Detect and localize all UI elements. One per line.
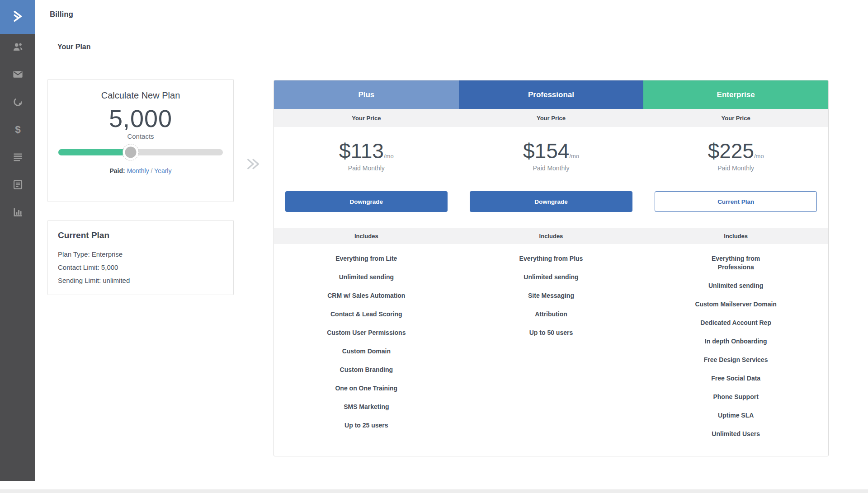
plan-column-enterprise: Enterprise Your Price $225/mo Paid Month… [643,80,828,456]
downgrade-button-plus[interactable]: Downgrade [285,191,448,212]
svg-text:$: $ [15,124,21,135]
automation-icon [12,96,24,110]
feature-item: Uptime SLA [643,406,828,425]
feature-item: SMS Marketing [274,398,459,416]
calculate-new-plan-card: Calculate New Plan 5,000 Contacts Paid: … [47,79,234,202]
feature-item: Up to 50 users [459,324,644,342]
includes-band: Includes [643,228,828,244]
your-price-band: Your Price [274,109,459,127]
plan-detail-line: Contact Limit: 5,000 [58,261,233,274]
plan-price: $225/mo [643,139,828,163]
feature-item: Site Messaging [459,286,644,305]
contacts-count: 5,000 [48,104,233,132]
plan-button-area: Current Plan [643,191,828,228]
contacts-icon [12,41,24,55]
feature-list: Everything from ProfessionaUnlimited sen… [643,244,828,456]
activecampaign-logo-icon [10,9,25,26]
sidebar-nav: $ [0,34,35,219]
current-plan-details: Plan Type: EnterpriseContact Limit: 5,00… [58,248,233,287]
feature-item: Custom Mailserver Domain [643,295,828,314]
feature-item: Phone Support [643,388,828,406]
plan-button-area: Downgrade [459,191,644,228]
current-plan-card: Current Plan Plan Type: EnterpriseContac… [47,220,234,295]
feature-item: Attribution [459,305,644,324]
plan-name-header: Plus [274,80,459,109]
dollar-icon: $ [12,123,24,137]
feature-item: Everything from Professiona [643,249,828,277]
price-period: /mo [384,153,394,160]
paid-note: Paid Monthly [274,164,459,172]
feature-item: Custom User Permissions [274,324,459,342]
contacts-label: Contacts [48,132,233,140]
feature-item: Unlimited sending [643,277,828,295]
plan-name-header: Enterprise [643,80,828,109]
current-plan-button[interactable]: Current Plan [655,191,817,212]
sidebar-item-deals[interactable]: $ [12,124,24,136]
horizontal-scrollbar-track[interactable] [0,489,868,493]
current-plan-title: Current Plan [58,230,233,240]
feature-item: Everything from Plus [459,249,644,268]
list-icon [12,151,24,165]
bar-chart-icon [12,206,24,220]
monthly-link[interactable]: Monthly [127,167,149,174]
sidebar-item-automations[interactable] [12,97,24,109]
plan-name-header: Professional [459,80,644,109]
sidebar-item-campaigns[interactable] [12,69,24,81]
feature-item: Everything from Lite [274,249,459,268]
feature-item: Up to 25 users [274,416,459,435]
price-block: $154/mo Paid Monthly [459,127,644,191]
plan-detail-line: Sending Limit: unlimited [58,274,233,287]
calc-title: Calculate New Plan [48,90,233,101]
price-period: /mo [569,153,579,160]
plan-price: $113/mo [274,139,459,163]
feature-list: Everything from PlusUnlimited sendingSit… [459,244,644,456]
sidebar-item-forms[interactable] [12,179,24,192]
billing-page: $ [0,0,868,493]
slider-thumb[interactable] [123,145,139,160]
contacts-slider[interactable] [58,149,223,155]
sidebar-item-lists[interactable] [12,152,24,164]
your-price-band: Your Price [459,109,644,127]
sidebar: $ [0,0,35,481]
billing-period-row: Paid: Monthly / Yearly [48,167,233,174]
mail-icon [12,68,24,82]
page-title: Billing [50,10,73,19]
feature-item: CRM w/ Sales Automation [274,286,459,305]
plan-column-plus: Plus Your Price $113/mo Paid Monthly Dow… [274,80,459,456]
paid-note: Paid Monthly [643,164,828,172]
section-title: Your Plan [57,43,91,51]
paid-note: Paid Monthly [459,164,644,172]
downgrade-button-professional[interactable]: Downgrade [470,191,632,212]
your-price-band: Your Price [643,109,828,127]
feature-list: Everything from LiteUnlimited sendingCRM… [274,244,459,456]
sidebar-item-reports[interactable] [12,207,24,219]
plan-detail-line: Plan Type: Enterprise [58,248,233,261]
feature-item: Dedicated Account Rep [643,314,828,332]
sidebar-item-contacts[interactable] [12,42,24,54]
paid-label: Paid: [110,167,125,174]
slider-fill [58,149,131,155]
feature-item: Free Social Data [643,369,828,388]
app-logo[interactable] [0,0,35,34]
feature-item: Unlimited sending [459,268,644,286]
price-period: /mo [754,153,764,160]
price-block: $225/mo Paid Monthly [643,127,828,191]
plan-price: $154/mo [459,139,644,163]
plan-button-area: Downgrade [274,191,459,228]
feature-item: One on One Training [274,379,459,398]
yearly-link[interactable]: Yearly [154,167,171,174]
feature-item: Contact & Lead Scoring [274,305,459,324]
form-icon [12,178,24,193]
price-block: $113/mo Paid Monthly [274,127,459,191]
feature-item: Free Design Services [643,351,828,369]
double-chevron-right-icon[interactable] [245,155,261,174]
feature-item: Unlimited sending [274,268,459,286]
includes-band: Includes [274,228,459,244]
feature-item: Custom Domain [274,342,459,361]
period-separator: / [149,167,154,174]
plan-column-professional: Professional Your Price $154/mo Paid Mon… [459,80,644,456]
feature-item: Custom Branding [274,361,459,379]
includes-band: Includes [459,228,644,244]
pricing-table: Plus Your Price $113/mo Paid Monthly Dow… [274,80,829,456]
feature-item: In depth Onboarding [643,332,828,351]
